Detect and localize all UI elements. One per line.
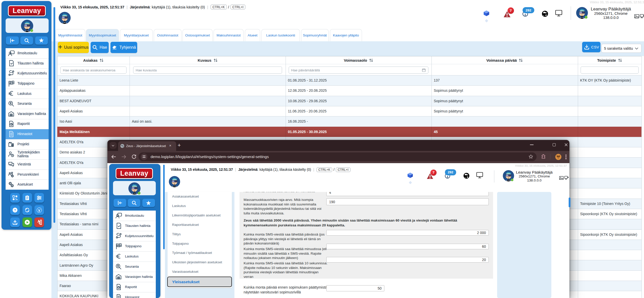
svg-text:?: ? [14,208,16,212]
